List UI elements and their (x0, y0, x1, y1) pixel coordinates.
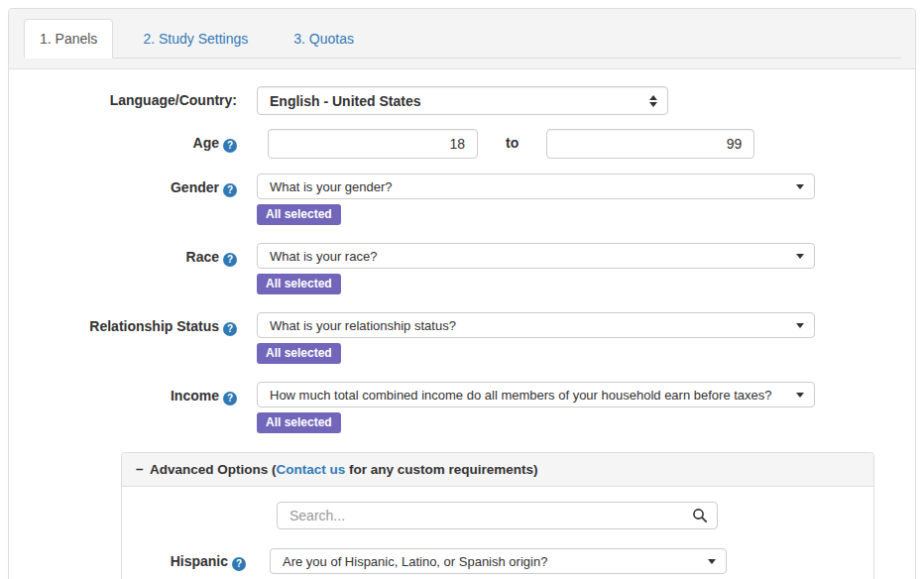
gender-row: Gender? What is your gender? All selecte… (9, 174, 915, 225)
income-control: How much total combined income do all me… (257, 382, 815, 433)
race-label: Race? (9, 243, 257, 266)
relationship-dropdown[interactable]: What is your relationship status? (257, 312, 815, 338)
race-control: What is your race? All selected (257, 243, 815, 294)
collapse-icon[interactable]: − (136, 462, 144, 477)
relationship-control: What is your relationship status? All se… (257, 312, 815, 364)
relationship-dropdown-text: What is your relationship status? (270, 318, 456, 333)
age-to-label: to (506, 135, 519, 151)
income-row: Income? How much total combined income d… (9, 382, 915, 433)
tab-bar: 1. Panels 2. Study Settings 3. Quotas (24, 19, 901, 58)
relationship-row: Relationship Status? What is your relati… (9, 312, 915, 364)
help-icon[interactable]: ? (223, 139, 237, 153)
advanced-title-prefix: Advanced Options ( (150, 462, 277, 477)
hispanic-label-text: Hispanic (171, 553, 228, 569)
caret-down-icon (796, 323, 804, 328)
gender-dropdown[interactable]: What is your gender? (257, 174, 815, 199)
caret-down-icon (708, 559, 716, 564)
language-country-row: Language/Country: English - United State… (9, 86, 915, 115)
income-label-text: Income (171, 388, 219, 404)
advanced-search (277, 502, 718, 529)
race-selected-badge: All selected (257, 274, 341, 294)
race-dropdown[interactable]: What is your race? (257, 243, 815, 269)
income-selected-badge: All selected (257, 412, 341, 433)
gender-control: What is your gender? All selected (257, 174, 815, 225)
gender-dropdown-text: What is your gender? (270, 179, 393, 194)
caret-down-icon (796, 393, 804, 398)
hispanic-dropdown-text: Are you of Hispanic, Latino, or Spanish … (283, 554, 547, 569)
income-dropdown-text: How much total combined income do all me… (270, 388, 772, 403)
income-dropdown[interactable]: How much total combined income do all me… (257, 382, 815, 407)
tab-header: 1. Panels 2. Study Settings 3. Quotas (9, 9, 915, 69)
relationship-selected-badge: All selected (257, 343, 341, 364)
caret-down-icon (796, 254, 804, 259)
age-min-input[interactable] (268, 129, 478, 159)
advanced-options-body: Hispanic? Are you of Hispanic, Latino, o… (122, 487, 873, 579)
gender-label: Gender? (9, 174, 257, 196)
gender-selected-badge: All selected (257, 204, 341, 225)
income-label: Income? (9, 382, 257, 405)
hispanic-row: Hispanic? Are you of Hispanic, Latino, o… (122, 548, 873, 579)
advanced-options-section: −Advanced Options (Contact us for any cu… (121, 452, 874, 579)
age-row: Age? to (9, 129, 915, 159)
contact-us-link[interactable]: Contact us (276, 462, 345, 477)
help-icon[interactable]: ? (223, 183, 237, 197)
caret-down-icon (796, 184, 804, 189)
tab-study-settings[interactable]: 2. Study Settings (127, 19, 264, 58)
search-input[interactable] (277, 502, 718, 529)
race-dropdown-text: What is your race? (270, 249, 377, 264)
tab-panels[interactable]: 1. Panels (24, 19, 113, 58)
advanced-options-header: −Advanced Options (Contact us for any cu… (122, 453, 873, 487)
language-country-value: English - United States (270, 93, 420, 109)
select-arrows-icon (649, 95, 657, 107)
relationship-label-text: Relationship Status (89, 318, 219, 334)
age-max-input[interactable] (546, 129, 754, 159)
gender-label-text: Gender (171, 179, 219, 195)
hispanic-dropdown[interactable]: Are you of Hispanic, Latino, or Spanish … (270, 548, 727, 574)
hispanic-label: Hispanic? (122, 548, 270, 570)
tab-quotas[interactable]: 3. Quotas (278, 19, 370, 58)
help-icon[interactable]: ? (223, 322, 237, 336)
race-label-text: Race (186, 249, 219, 265)
language-country-select[interactable]: English - United States (257, 86, 668, 115)
relationship-label: Relationship Status? (9, 312, 257, 335)
advanced-title-suffix: for any custom requirements) (345, 462, 537, 477)
panel-container: 1. Panels 2. Study Settings 3. Quotas La… (8, 8, 916, 579)
help-icon[interactable]: ? (223, 392, 237, 405)
search-icon[interactable] (692, 508, 708, 527)
help-icon[interactable]: ? (232, 557, 246, 571)
age-label: Age? (9, 129, 257, 152)
language-country-label: Language/Country: (9, 86, 257, 108)
panels-form: Language/Country: English - United State… (9, 69, 915, 579)
help-icon[interactable]: ? (223, 253, 237, 267)
age-label-text: Age (193, 135, 219, 151)
hispanic-control: Are you of Hispanic, Latino, or Spanish … (270, 548, 727, 579)
race-row: Race? What is your race? All selected (9, 243, 915, 294)
